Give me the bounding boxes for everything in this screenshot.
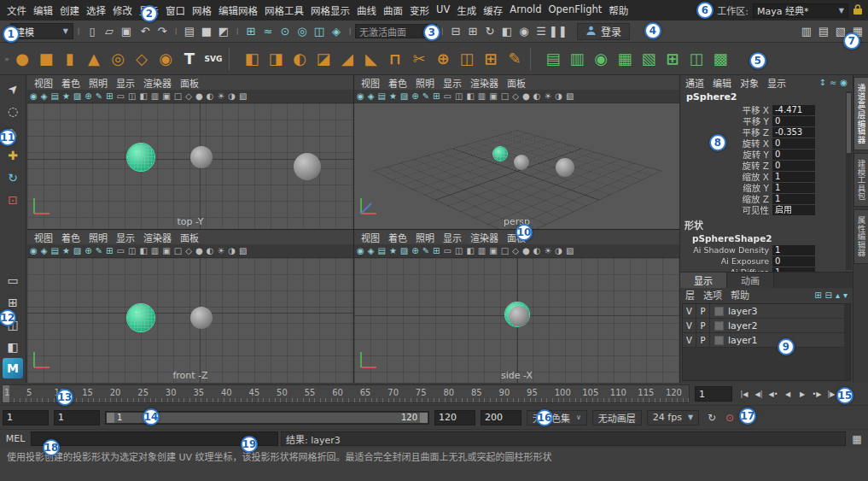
anim-layer-dropdown[interactable]: 无动画层	[592, 410, 642, 425]
gate-mask-icon[interactable]: ◧	[139, 247, 147, 255]
menu-item[interactable]: 变形	[406, 3, 433, 17]
render-settings-icon[interactable]: ☰	[533, 23, 550, 40]
collapse-handle-icon[interactable]: »	[3, 55, 10, 63]
combine-icon[interactable]: ◧	[240, 46, 264, 72]
range-bar[interactable]	[107, 413, 428, 423]
bookmark-icon[interactable]: ★	[62, 247, 70, 255]
grid-toggle-icon[interactable]: ⊞	[106, 92, 113, 101]
select-camera-icon[interactable]: ◉	[357, 247, 364, 255]
go-to-start-button[interactable]: |◀	[737, 386, 751, 402]
multi-cut-icon[interactable]: ✂	[407, 46, 431, 72]
range-start-handle[interactable]	[107, 413, 114, 423]
viewport-menu-item[interactable]: 照明	[411, 231, 439, 244]
resolution-gate-icon[interactable]: ◫	[128, 247, 136, 255]
layer-color-swatch[interactable]	[714, 307, 724, 316]
channel-value-field[interactable]: -0.353	[772, 127, 815, 138]
image-plane-icon[interactable]: ▨	[400, 247, 408, 255]
viewport-menu-item[interactable]: 渲染器	[139, 231, 176, 244]
layer-row[interactable]: V P layer1	[683, 333, 850, 348]
planar-mapping-icon[interactable]: ▤	[541, 46, 565, 72]
viewport-canvas-front[interactable]: front -Z	[27, 258, 353, 383]
menu-item[interactable]: UV	[433, 3, 453, 15]
separate-icon[interactable]: ◨	[264, 46, 288, 72]
safe-action-icon[interactable]: ▣	[489, 247, 497, 255]
select-object-icon[interactable]: ■	[198, 23, 215, 40]
sphere[interactable]	[509, 306, 529, 326]
step-back-key-button[interactable]: ◀•	[766, 386, 780, 402]
sphere[interactable]	[190, 146, 213, 168]
boolean-icon[interactable]: ◪	[312, 46, 335, 72]
bevel-icon[interactable]: ◣	[359, 46, 383, 72]
safe-title-icon[interactable]: □	[501, 92, 509, 101]
safe-action-icon[interactable]: ▣	[162, 247, 170, 255]
image-plane-icon[interactable]: ▨	[400, 92, 408, 101]
new-scene-icon[interactable]: ▯	[84, 23, 101, 40]
grease-pencil-icon[interactable]: ✎	[422, 92, 429, 101]
xray-icon[interactable]: ▧	[239, 92, 247, 101]
channel-value-field[interactable]: 0	[772, 256, 815, 267]
toggle-modeling-toolkit-icon[interactable]: ▦	[849, 23, 866, 40]
viewport-menu-item[interactable]: 着色	[384, 231, 411, 244]
select-component-icon[interactable]: ◩	[215, 23, 232, 40]
go-to-end-button[interactable]: ▶|	[839, 386, 853, 402]
bookmark-icon[interactable]: ★	[389, 247, 397, 255]
four-pane-layout-icon[interactable]: ⊞	[2, 291, 24, 313]
select-camera-icon[interactable]: ◉	[357, 92, 364, 101]
shaded-icon[interactable]: ●	[195, 247, 203, 255]
sphere[interactable]	[190, 307, 213, 329]
layer-visibility-toggle[interactable]: V	[683, 304, 696, 318]
channel-box-node-name[interactable]: pSphere2	[680, 90, 853, 104]
menu-item[interactable]: 编辑网格	[215, 3, 261, 17]
safe-title-icon[interactable]: □	[174, 92, 182, 101]
2d-pan-zoom-icon[interactable]: ⊕	[84, 92, 91, 101]
viewport-pane-front[interactable]: 视图着色照明显示渲染器面板 ◉◈▤★▨⊕✎⊞▭◫◧▥▣□◇●◐☀◑▧ front…	[27, 230, 353, 383]
viewport-pane-persp[interactable]: 视图着色照明显示渲染器面板 ◉◈▤★▨⊕✎⊞▭◫◧▥▣□◇●◐☀◑▧ persp	[354, 75, 679, 229]
collapse-handle-icon[interactable]: »	[2, 27, 9, 36]
2d-pan-zoom-icon[interactable]: ⊕	[411, 247, 418, 255]
resolution-gate-icon[interactable]: ◫	[128, 92, 136, 101]
menu-item[interactable]: 曲面	[380, 3, 406, 17]
group-divider[interactable]: ❘	[234, 27, 241, 35]
toggle-attribute-editor-icon[interactable]: ▥	[798, 23, 815, 40]
menu-item[interactable]: 窗口	[162, 3, 189, 17]
pause-icon[interactable]: ❚❚	[550, 23, 567, 40]
xray-icon[interactable]: ▧	[239, 247, 247, 255]
poly-cube-icon[interactable]: ■	[34, 46, 58, 72]
channel-value-field[interactable]: 0	[772, 138, 815, 149]
sphere[interactable]	[514, 155, 529, 170]
textured-icon[interactable]: ◐	[533, 247, 541, 255]
menu-item[interactable]: 文件	[3, 3, 30, 17]
script-editor-icon[interactable]: ▦	[848, 433, 865, 445]
new-layer-from-selected-icon[interactable]: ⊟	[825, 290, 832, 300]
lights-icon[interactable]: ☀	[217, 247, 224, 255]
menu-item[interactable]: 显示	[136, 3, 162, 17]
grid-toggle-icon[interactable]: ⊞	[106, 247, 113, 255]
snap-view-plane-icon[interactable]: ◫	[311, 23, 328, 40]
channel-value-field[interactable]: -4.471	[772, 105, 815, 115]
viewport-menu-item[interactable]: 视图	[30, 231, 57, 244]
film-gate-icon[interactable]: ▭	[116, 92, 124, 101]
shadows-icon[interactable]: ◑	[228, 247, 236, 255]
poly-disc-icon[interactable]: ◉	[154, 46, 178, 72]
channel-value-field[interactable]: 0	[772, 150, 815, 160]
scale-tool-icon[interactable]: ⊡	[2, 189, 24, 210]
render-frame-icon[interactable]: ◧	[498, 23, 516, 40]
menu-item[interactable]: 网格	[189, 3, 215, 17]
menu-item[interactable]: 选择	[83, 3, 109, 17]
lock-icon[interactable]	[853, 3, 863, 18]
tab-modeling-toolkit[interactable]: 建模工具包	[853, 153, 868, 208]
signin-button[interactable]: 登录	[577, 23, 630, 40]
toggle-channel-box-icon[interactable]: ▧	[832, 23, 849, 40]
wireframe-icon[interactable]: ◇	[512, 247, 519, 255]
safe-action-icon[interactable]: ▣	[162, 92, 170, 101]
menu-set-dropdown[interactable]: 建模 ▼	[10, 23, 73, 39]
viewport-menu-item[interactable]: 视图	[357, 76, 384, 90]
2d-pan-zoom-icon[interactable]: ⊕	[411, 92, 418, 101]
viewport-menu-item[interactable]: 渲染器	[139, 76, 176, 90]
play-forwards-button[interactable]: ▶	[795, 386, 809, 402]
snap-grid-icon[interactable]: ⊞	[242, 23, 259, 40]
move-layer-up-icon[interactable]: ▴	[836, 290, 840, 300]
layer-playback-toggle[interactable]: P	[696, 319, 710, 332]
animation-end-field[interactable]: 200	[481, 410, 521, 425]
lock-camera-icon[interactable]: ◈	[41, 92, 48, 101]
